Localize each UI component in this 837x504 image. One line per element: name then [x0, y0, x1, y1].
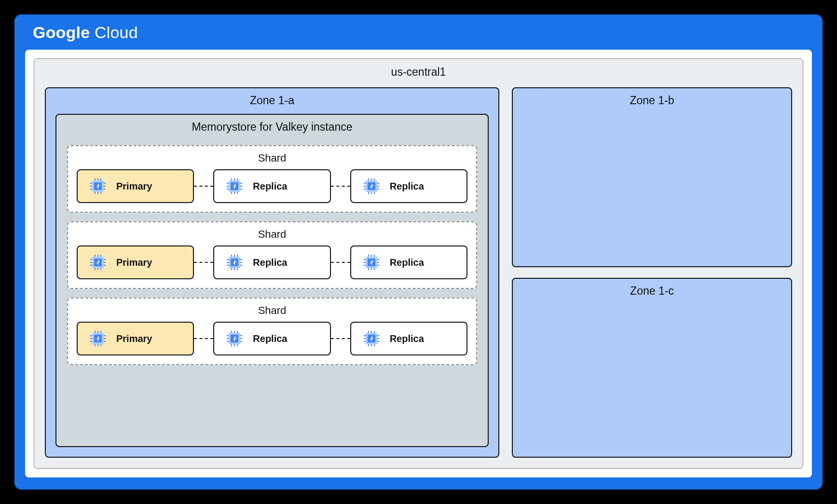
replica-node: Replica: [213, 245, 330, 279]
replica-node: Replica: [213, 322, 330, 355]
zone-a-frame: Zone 1-a Memorystore for Valkey instance…: [45, 87, 499, 458]
region-frame: us-central1 Zone 1-a Memorystore for Val…: [34, 58, 803, 469]
shard-frame: Shard Primary: [67, 145, 477, 213]
memorystore-chip-icon: [88, 177, 108, 196]
brand-light: Cloud: [95, 23, 138, 41]
connector-line: [331, 186, 350, 187]
memorystore-chip-icon: [225, 177, 244, 196]
node-label: Primary: [116, 181, 152, 192]
shard-frame: Shard Primary: [67, 298, 477, 365]
node-label: Replica: [390, 333, 424, 344]
replica-node: Replica: [350, 169, 467, 203]
replica-node: Replica: [350, 245, 467, 279]
instance-title: Memorystore for Valkey instance: [67, 115, 477, 136]
nodes-row: Primary Replica: [77, 169, 467, 203]
primary-node: Primary: [77, 322, 194, 355]
shard-title: Shard: [77, 226, 467, 245]
white-inner-frame: us-central1 Zone 1-a Memorystore for Val…: [24, 49, 813, 478]
memorystore-chip-icon: [225, 253, 244, 272]
right-zones-column: Zone 1-b Zone 1-c: [512, 87, 792, 458]
node-label: Primary: [116, 333, 152, 344]
memorystore-chip-icon: [88, 329, 108, 348]
shard-frame: Shard Primary: [67, 221, 477, 289]
connector-line: [331, 338, 350, 339]
node-label: Replica: [390, 257, 424, 268]
node-label: Primary: [116, 257, 152, 268]
region-title: us-central1: [45, 59, 792, 87]
zones-row: Zone 1-a Memorystore for Valkey instance…: [45, 87, 792, 458]
node-label: Replica: [253, 257, 287, 268]
cloud-brand-label: Google Cloud: [24, 20, 813, 49]
zone-c-title: Zone 1-c: [513, 279, 791, 303]
nodes-row: Primary Replica: [77, 245, 467, 279]
connector-line: [194, 186, 213, 187]
memorystore-chip-icon: [88, 253, 108, 272]
nodes-row: Primary Replica: [77, 322, 467, 355]
node-label: Replica: [253, 333, 287, 344]
google-cloud-frame: Google Cloud us-central1 Zone 1-a Memory…: [14, 14, 823, 490]
zone-b-frame: Zone 1-b: [512, 87, 792, 267]
shard-title: Shard: [77, 302, 467, 322]
primary-node: Primary: [77, 169, 194, 203]
replica-node: Replica: [213, 169, 330, 203]
memorystore-chip-icon: [362, 329, 381, 348]
node-label: Replica: [390, 181, 424, 192]
connector-line: [331, 262, 350, 263]
memorystore-chip-icon: [225, 329, 244, 348]
replica-node: Replica: [350, 322, 467, 355]
zone-b-title: Zone 1-b: [513, 88, 791, 113]
memorystore-chip-icon: [362, 177, 381, 196]
memorystore-instance-frame: Memorystore for Valkey instance Shard Pr…: [55, 114, 489, 447]
zone-c-frame: Zone 1-c: [512, 278, 792, 458]
connector-line: [194, 262, 213, 263]
memorystore-chip-icon: [362, 253, 381, 272]
zone-a-title: Zone 1-a: [55, 88, 489, 114]
primary-node: Primary: [77, 245, 194, 279]
node-label: Replica: [253, 181, 287, 192]
brand-bold: Google: [33, 23, 90, 41]
connector-line: [194, 338, 213, 339]
shard-title: Shard: [77, 150, 467, 169]
